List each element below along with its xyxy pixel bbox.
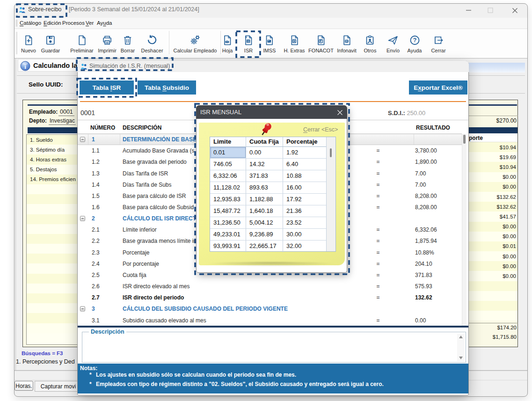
toolbar-button[interactable]: Deshacer <box>141 31 163 53</box>
row-description: Base para cálculo de ISR <box>123 193 186 199</box>
toolbar-button[interactable]: IMSS <box>263 31 276 53</box>
grid-scrollbar-thumb[interactable] <box>463 135 466 144</box>
toolbar-button[interactable]: FONACOT <box>308 31 334 53</box>
popup-titlebar[interactable]: ISR MENSUAL <box>196 105 347 119</box>
toolbar-button[interactable]: Preliminar <box>70 31 94 53</box>
empleado-value[interactable]: 0001 <box>58 109 74 116</box>
descripcion-textarea[interactable] <box>84 334 459 361</box>
toolbar-button[interactable]: Guardar <box>41 31 60 53</box>
rate-table-row[interactable]: 11,128.02 893.63 16.00 <box>210 182 335 194</box>
rate-table-row[interactable]: 0.01 0.00 1.92 <box>210 147 335 159</box>
concept-list-item[interactable]: 3. Séptimo día <box>27 145 82 154</box>
grid-row[interactable]: 3 CÁLCULO DEL SUBSIDIO CAUSADO DEL PERIO… <box>78 303 462 314</box>
scroll-up-icon[interactable] <box>459 335 463 338</box>
menu-item[interactable]: Edición <box>44 20 61 26</box>
concept-list-item[interactable] <box>27 284 82 293</box>
toolbar-button[interactable]: Infonavit <box>337 31 357 53</box>
toolbar-button[interactable]: Imprimir <box>98 31 117 53</box>
grid-row[interactable]: 2.7 ISR directo del periodo = 132.62 <box>78 292 462 303</box>
minimize-button[interactable] <box>462 5 475 16</box>
cell-limite: 12,935.83 <box>210 194 246 205</box>
concept-list-item[interactable]: 14. Premios eficien <box>27 175 82 184</box>
row-description: Límite inferior <box>123 226 157 233</box>
toolbar-button[interactable]: Hoja <box>222 31 233 53</box>
concept-list-item[interactable] <box>27 274 82 284</box>
popup-title: ISR MENSUAL <box>200 109 241 116</box>
concept-list-item[interactable] <box>27 224 82 234</box>
concept-list-item[interactable] <box>27 214 82 224</box>
depto-value[interactable]: Investigac <box>49 117 76 125</box>
concept-list-item[interactable] <box>27 313 82 323</box>
rate-table-row[interactable]: 15,487.72 1,640.18 21.36 <box>210 205 335 217</box>
descripcion-scrollbar[interactable] <box>457 334 465 361</box>
rate-table-row[interactable]: 93,993.91 22,665.17 32.00 <box>210 241 335 252</box>
scroll-down-icon[interactable] <box>459 357 463 359</box>
exportar-excel-button[interactable]: Exportar Excel® <box>409 80 467 95</box>
rate-table-row[interactable]: 49,233.01 9,236.89 30.00 <box>210 229 335 241</box>
row-equals: = <box>376 182 380 188</box>
popup-close-button[interactable] <box>333 107 346 118</box>
toolbar-label: Borrar <box>121 48 135 53</box>
toolbar-button[interactable]: Cerrar <box>431 31 445 53</box>
toolbar-button[interactable]: Envío <box>386 31 400 53</box>
row-number: 1.5 <box>92 193 100 199</box>
tree-collapse-icon[interactable] <box>80 306 85 312</box>
toolbar-button[interactable]: H. Extras <box>284 31 305 53</box>
tabla-subsidio-label: Tabla Subsidio <box>145 84 189 91</box>
tabla-subsidio-button[interactable]: Tabla Subsidio <box>138 80 196 95</box>
toolbar-label: Deshacer <box>141 48 163 53</box>
concept-list-item[interactable] <box>27 234 82 244</box>
concept-list-item[interactable] <box>27 263 82 273</box>
toolbar-button[interactable]: Otros <box>364 31 377 53</box>
concept-list-item[interactable] <box>27 244 82 254</box>
grid-row[interactable]: 2.6 ISR directo elevado al mes = 575.93 <box>78 281 462 292</box>
concept-list-item[interactable]: 5. Destajos <box>27 165 82 175</box>
toolbar-icon <box>70 35 94 47</box>
row-number: 2.1 <box>92 226 100 233</box>
toolbar-icon <box>386 35 400 47</box>
toolbar-button[interactable]: ISR <box>243 31 254 53</box>
menu-item[interactable]: Ayuda <box>97 20 112 26</box>
sdi-field: S.D.I.: 250.00 <box>388 109 425 117</box>
toolbar-icon <box>308 35 334 47</box>
rate-table-row[interactable]: 746.05 14.32 6.40 <box>210 159 335 170</box>
toolbar-icon <box>41 35 60 47</box>
grid-scrollbar[interactable] <box>462 134 466 326</box>
close-button[interactable] <box>508 5 521 16</box>
menu-item[interactable]: Procesos <box>62 20 85 26</box>
tabla-isr-button[interactable]: Tabla ISR <box>80 80 134 95</box>
notas-title: Notas: <box>80 365 97 372</box>
concept-list-item[interactable] <box>27 293 82 303</box>
concept-list-item[interactable]: 1. Sueldo <box>27 135 82 145</box>
toolbar-button[interactable]: Borrar <box>121 31 135 53</box>
menu-item[interactable]: Catálogo <box>20 20 41 26</box>
concept-list-item[interactable] <box>27 303 82 313</box>
toolbar-icon <box>337 35 357 47</box>
toolbar-button[interactable]: Nuevo <box>21 31 36 53</box>
descripcion-label: Descripción <box>89 328 126 335</box>
concept-list-item[interactable]: 4. Horas extras <box>27 154 82 164</box>
rate-table-row[interactable]: 6,332.06 371.83 10.88 <box>210 170 335 182</box>
menu-item[interactable]: Ver <box>86 20 94 26</box>
row-number: 2.2 <box>92 238 100 244</box>
grid-row[interactable]: 3.1 Subsidio causado elevado al mes = 0.… <box>78 315 462 326</box>
rate-table-scrollbar-thumb[interactable] <box>330 148 332 157</box>
concept-list-item[interactable] <box>27 184 82 194</box>
concept-list-item[interactable] <box>27 254 82 263</box>
concept-list-item[interactable] <box>27 194 82 204</box>
capturar-button[interactable]: Capturar movi <box>35 381 81 392</box>
cell-cuota: 893.63 <box>246 182 283 193</box>
toolbar-button[interactable]: Calcular Empleado <box>174 31 217 53</box>
tree-collapse-icon[interactable] <box>80 216 85 221</box>
row-description: Cuota fija <box>123 272 146 278</box>
rate-table-row[interactable]: 31,236.50 5,004.12 23.52 <box>210 217 335 229</box>
cerrar-esc-link[interactable]: Cerrar <Esc> <box>303 126 338 133</box>
rate-table-scrollbar[interactable] <box>326 137 335 251</box>
rate-table-row[interactable]: 12,935.83 1,182.88 17.92 <box>210 194 335 205</box>
maximize-button[interactable] <box>484 5 497 16</box>
toolbar-button[interactable]: ? Ayuda <box>408 31 422 53</box>
tree-collapse-icon[interactable] <box>80 137 85 142</box>
tab-horas[interactable]: Horas. <box>15 381 33 391</box>
concept-list-item[interactable] <box>27 323 82 333</box>
concept-list-item[interactable] <box>27 204 82 214</box>
